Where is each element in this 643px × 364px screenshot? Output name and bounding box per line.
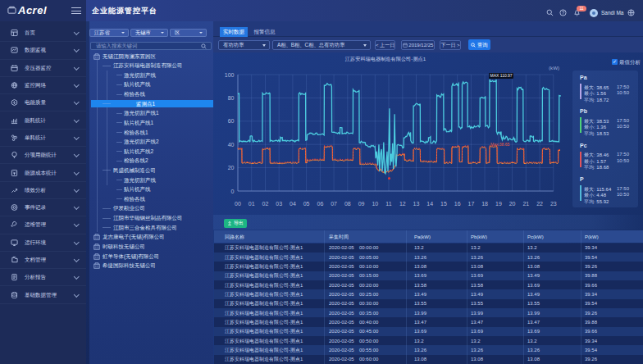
svg-text:60: 60	[228, 118, 235, 124]
svg-text:17: 17	[468, 201, 475, 207]
svg-text:21: 21	[522, 201, 529, 207]
svg-text:18: 18	[481, 201, 488, 207]
svg-text:100: 100	[225, 72, 235, 78]
svg-text:08: 08	[344, 201, 351, 207]
svg-text:20: 20	[228, 165, 235, 171]
svg-text:15: 15	[440, 201, 447, 207]
svg-text:80: 80	[228, 95, 235, 101]
svg-text:05: 05	[303, 201, 310, 207]
svg-text:00: 00	[235, 201, 241, 207]
svg-text:11: 11	[385, 201, 391, 207]
svg-text:13: 13	[413, 201, 420, 207]
svg-text:0: 0	[231, 189, 235, 194]
svg-text:09: 09	[358, 201, 365, 207]
svg-text:10: 10	[372, 201, 378, 207]
svg-text:03: 03	[276, 201, 282, 207]
svg-text:06: 06	[317, 201, 324, 207]
svg-text:20: 20	[509, 201, 516, 207]
svg-text:01: 01	[249, 201, 255, 207]
svg-text:16: 16	[454, 201, 461, 207]
svg-text:23: 23	[550, 201, 557, 207]
svg-text:02: 02	[262, 201, 269, 207]
svg-text:40: 40	[228, 142, 235, 148]
svg-text:04: 04	[290, 201, 296, 207]
svg-text:19: 19	[495, 201, 502, 207]
svg-text:22: 22	[536, 201, 543, 207]
svg-text:14: 14	[426, 201, 433, 207]
svg-text:12: 12	[399, 201, 406, 207]
svg-text:07: 07	[331, 201, 337, 207]
